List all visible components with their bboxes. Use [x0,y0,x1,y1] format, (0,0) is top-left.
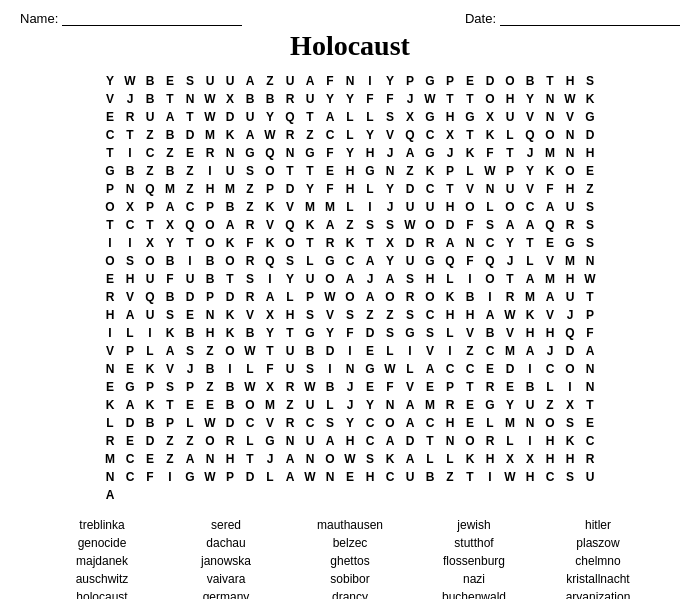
cell-556: P [220,468,240,486]
cell-442: P [440,378,460,396]
cell-212: Z [340,216,360,234]
cell-479: L [180,414,200,432]
cell-338: Z [360,306,380,324]
cell-165: D [400,180,420,198]
word-item: jewish [412,518,536,532]
cell-464: N [380,396,400,414]
cell-529: A [180,450,200,468]
cell-82: A [240,126,260,144]
cell-103: Z [160,144,180,162]
cell-438: E [360,378,380,396]
cell-511: A [320,432,340,450]
cell-69: X [480,108,500,126]
cell-198: U [560,198,580,216]
cell-287: A [340,270,360,288]
cell-119: F [480,144,500,162]
cell-571: H [520,468,540,486]
cell-302: Q [140,288,160,306]
cell-501: E [120,432,140,450]
cell-561: N [320,468,340,486]
cell-305: P [200,288,220,306]
cell-142: P [440,162,460,180]
cell-294: O [480,270,500,288]
cell-380: Z [200,342,220,360]
cell-4: S [180,72,200,90]
cell-333: X [260,306,280,324]
cell-250: O [100,252,120,270]
cell-49: K [580,90,600,108]
cell-172: F [540,180,560,198]
cell-136: E [320,162,340,180]
cell-358: Y [260,324,280,342]
cell-200: T [100,216,120,234]
cell-258: Q [260,252,280,270]
cell-245: Y [500,234,520,252]
cell-371: H [520,324,540,342]
cell-461: L [320,396,340,414]
cell-422: C [540,360,560,378]
cell-439: F [380,378,400,396]
cell-269: Q [480,252,500,270]
cell-413: G [360,360,380,378]
cell-299: W [580,270,600,288]
cell-181: B [220,198,240,216]
cell-357: B [240,324,260,342]
cell-375: V [100,342,120,360]
cell-421: I [520,360,540,378]
cell-46: Y [520,90,540,108]
cell-318: B [460,288,480,306]
cell-192: H [440,198,460,216]
cell-356: K [220,324,240,342]
cell-76: T [120,126,140,144]
date-field: Date: [465,10,680,26]
cell-134: T [280,162,300,180]
cell-167: T [440,180,460,198]
cell-433: X [260,378,280,396]
cell-205: O [200,216,220,234]
cell-533: J [260,450,280,468]
word-item: nazi [412,572,536,586]
cell-29: N [180,90,200,108]
cell-397: J [540,342,560,360]
cell-132: S [240,162,260,180]
cell-414: W [380,360,400,378]
cell-407: L [240,360,260,378]
cell-528: Z [160,450,180,468]
cell-246: T [520,234,540,252]
cell-472: Z [540,396,560,414]
cell-272: V [540,252,560,270]
cell-78: B [160,126,180,144]
cell-391: V [420,342,440,360]
cell-105: R [200,144,220,162]
cell-166: C [420,180,440,198]
cell-360: G [300,324,320,342]
cell-216: O [420,216,440,234]
cell-399: A [580,342,600,360]
cell-109: N [280,144,300,162]
cell-28: T [160,90,180,108]
cell-340: S [400,306,420,324]
cell-441: E [420,378,440,396]
cell-326: A [120,306,140,324]
cell-117: J [440,144,460,162]
cell-513: C [360,432,380,450]
cell-256: O [220,252,240,270]
cell-547: H [540,450,560,468]
word-item: germany [164,590,288,599]
cell-519: R [480,432,500,450]
cell-534: A [280,450,300,468]
cell-148: O [560,162,580,180]
cell-432: W [240,378,260,396]
cell-377: L [140,342,160,360]
cell-17: P [440,72,460,90]
cell-342: H [440,306,460,324]
cell-398: D [560,342,580,360]
cell-325: H [100,306,120,324]
cell-33: B [260,90,280,108]
cell-228: Y [160,234,180,252]
cell-481: D [220,414,240,432]
cell-9: U [280,72,300,90]
cell-319: I [480,288,500,306]
cell-370: V [500,324,520,342]
cell-389: L [380,342,400,360]
